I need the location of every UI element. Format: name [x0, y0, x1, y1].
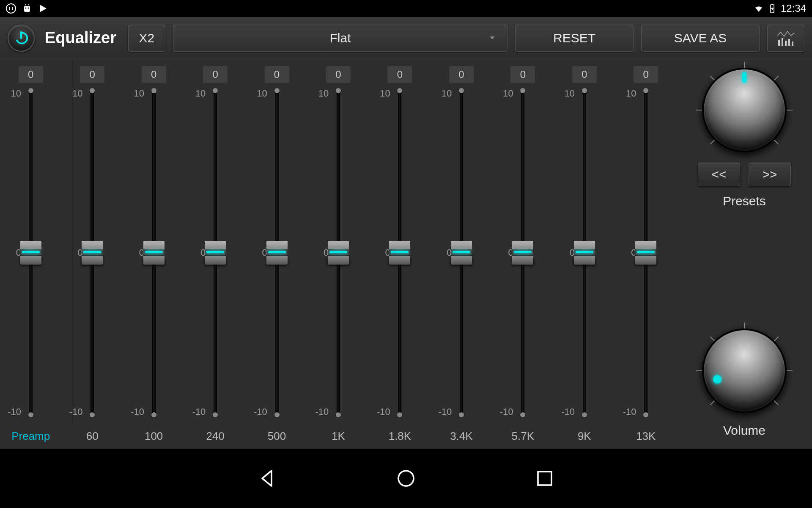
eq-view-button[interactable] [767, 25, 804, 52]
band-label: 500 [268, 423, 286, 449]
svg-point-27 [398, 471, 414, 486]
save-as-button[interactable]: SAVE AS [641, 25, 760, 52]
recent-apps-button[interactable] [535, 468, 555, 489]
equalizer-main: 0100-10Preamp0100-10600100-101000100-102… [0, 59, 812, 449]
band-value[interactable]: 0 [634, 66, 658, 83]
band-value[interactable]: 0 [19, 66, 43, 83]
eq-band-1K: 0100-101K [307, 66, 369, 449]
app-title: Equalizer [45, 29, 116, 47]
svg-point-2 [25, 8, 27, 9]
svg-line-13 [710, 140, 714, 144]
band-label: 9K [578, 423, 591, 449]
power-icon [13, 30, 29, 46]
scale-min: -10 [126, 406, 144, 417]
eq-band-240: 0100-10240 [184, 66, 246, 449]
band-label: 1.8K [389, 423, 411, 449]
svg-line-22 [710, 337, 714, 341]
band-value[interactable]: 0 [326, 66, 351, 83]
x2-button[interactable]: X2 [128, 25, 165, 52]
band-value[interactable]: 0 [265, 66, 289, 83]
status-bar: 12:34 [0, 0, 812, 17]
slider-thumb[interactable] [266, 241, 288, 265]
home-button[interactable] [396, 468, 416, 489]
scale-min: -10 [310, 406, 329, 417]
back-icon [257, 468, 277, 489]
presets-label: Presets [723, 194, 766, 208]
scale-max: 10 [249, 88, 267, 99]
svg-rect-8 [778, 40, 780, 46]
slider-thumb[interactable] [82, 241, 103, 265]
scale-min: -10 [618, 406, 636, 417]
preset-dropdown-label: Flat [329, 31, 351, 45]
scale-mid: 0 [310, 247, 329, 258]
eq-band-13K: 0100-1013K [615, 66, 677, 449]
svg-line-19 [774, 140, 779, 144]
scale-max: 10 [372, 88, 390, 99]
svg-rect-5 [771, 4, 773, 5]
power-button[interactable] [8, 25, 35, 52]
scale-min: -10 [556, 406, 575, 417]
scale-max: 10 [556, 88, 575, 99]
eq-band-9K: 0100-109K [554, 66, 615, 449]
preset-next-button[interactable]: >> [749, 163, 791, 186]
scale-max: 10 [64, 88, 82, 99]
band-value[interactable]: 0 [80, 66, 104, 83]
band-label: Preamp [11, 423, 50, 449]
home-icon [396, 468, 416, 489]
scale-min: -10 [372, 406, 390, 417]
scale-mid: 0 [618, 247, 636, 258]
svg-line-17 [774, 76, 779, 80]
preset-knob[interactable] [702, 68, 787, 152]
slider-thumb[interactable] [328, 241, 349, 265]
battery-charging-icon [767, 3, 777, 14]
scale-mid: 0 [372, 247, 390, 258]
slider-thumb[interactable] [574, 241, 595, 265]
sliders-area: 0100-10Preamp0100-10600100-101000100-102… [0, 59, 677, 449]
band-label: 100 [145, 423, 163, 449]
navigation-bar [0, 449, 812, 508]
eq-band-60: 0100-1060 [61, 66, 123, 449]
slider-thumb[interactable] [635, 241, 656, 265]
scale-mid: 0 [126, 247, 144, 258]
svg-rect-10 [785, 41, 787, 46]
band-value[interactable]: 0 [449, 66, 474, 83]
equalizer-icon [776, 30, 795, 47]
slider-thumb[interactable] [512, 241, 533, 265]
band-value[interactable]: 0 [387, 66, 412, 83]
band-value[interactable]: 0 [203, 66, 228, 83]
slider-thumb[interactable] [143, 241, 165, 265]
scale-max: 10 [433, 88, 452, 99]
svg-point-3 [28, 8, 29, 9]
svg-rect-12 [792, 41, 793, 46]
slider-thumb[interactable] [451, 241, 472, 265]
band-value[interactable]: 0 [142, 66, 166, 83]
svg-line-15 [710, 76, 714, 80]
scale-min: -10 [187, 406, 206, 417]
back-button[interactable] [257, 468, 277, 489]
preamp-band: 0100-10Preamp [0, 66, 61, 449]
eq-band-5.7K: 0100-105.7K [492, 66, 554, 449]
preset-prev-button[interactable]: << [698, 163, 740, 186]
svg-point-0 [6, 4, 16, 13]
band-value[interactable]: 0 [510, 66, 535, 83]
scale-min: -10 [495, 406, 513, 417]
band-label: 1K [332, 423, 345, 449]
svg-rect-28 [538, 472, 551, 485]
volume-knob[interactable] [702, 329, 787, 413]
slider-thumb[interactable] [20, 241, 41, 265]
slider-thumb[interactable] [205, 241, 226, 265]
slider-thumb[interactable] [389, 241, 410, 265]
scale-max: 10 [187, 88, 206, 99]
eq-band-500: 0100-10500 [246, 66, 307, 449]
recent-apps-icon [535, 468, 555, 489]
scale-max: 10 [310, 88, 329, 99]
wifi-icon [754, 3, 764, 14]
band-value[interactable]: 0 [572, 66, 597, 83]
scale-mid: 0 [495, 247, 513, 258]
scale-mid: 0 [433, 247, 452, 258]
status-time: 12:34 [781, 3, 806, 14]
reset-button[interactable]: RESET [515, 25, 634, 52]
toolbar: Equalizer X2 Flat RESET SAVE AS [0, 17, 812, 59]
preset-dropdown[interactable]: Flat [173, 25, 508, 52]
scale-min: -10 [3, 406, 21, 417]
